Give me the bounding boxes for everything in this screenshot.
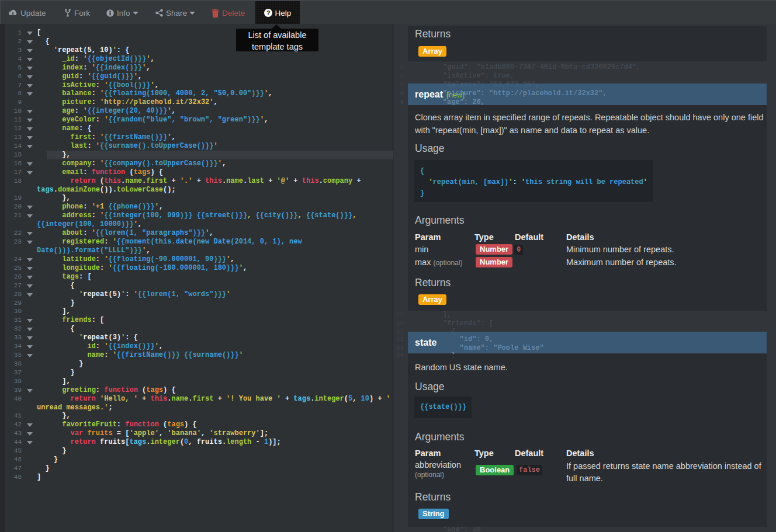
svg-text:?: ? <box>266 9 270 16</box>
